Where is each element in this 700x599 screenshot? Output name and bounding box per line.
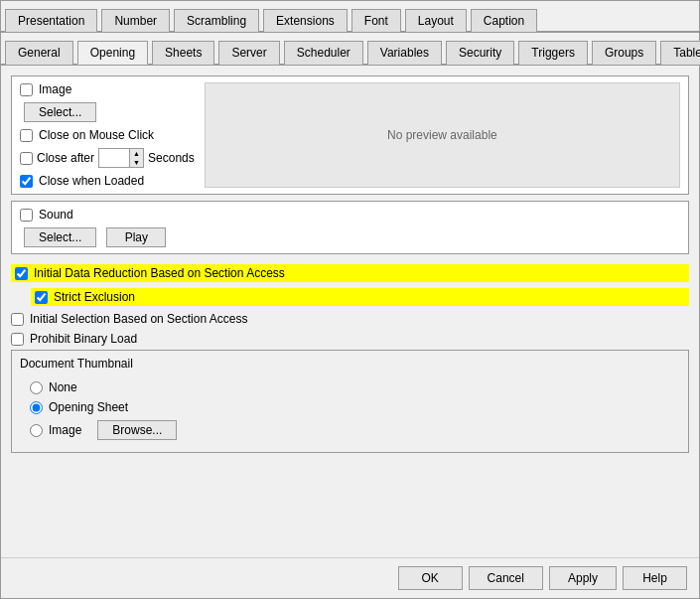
strict-exclusion-row: Strict Exclusion [31,288,689,306]
radio-none-label: None [49,380,77,394]
tab-number[interactable]: Number [101,9,170,32]
image-section: Image Select... Close on Mouse Click Clo… [11,75,689,195]
strict-exclusion-label: Strict Exclusion [54,290,135,304]
tab-font[interactable]: Font [351,9,401,32]
initial-data-row: Initial Data Reduction Based on Section … [11,264,689,282]
tab-tables[interactable]: Tables [660,41,700,65]
help-button[interactable]: Help [623,566,687,590]
tab-extensions[interactable]: Extensions [263,9,348,32]
tab-server[interactable]: Server [218,41,279,65]
image-checkbox-row: Image [20,82,195,96]
close-mouse-checkbox[interactable] [20,129,33,142]
spin-down-button[interactable]: ▼ [130,158,143,167]
close-after-label: Close after [37,151,94,165]
radio-none-row: None [30,380,670,394]
main-content: Image Select... Close on Mouse Click Clo… [1,66,699,557]
close-after-checkbox[interactable] [20,152,33,165]
close-loaded-row: Close when Loaded [20,174,195,188]
close-loaded-checkbox[interactable] [20,175,33,188]
prohibit-binary-row: Prohibit Binary Load [11,332,689,346]
sound-checkbox[interactable] [20,209,33,222]
seconds-label: Seconds [148,151,195,165]
apply-button[interactable]: Apply [549,566,617,590]
preview-text: No preview available [387,128,497,142]
ok-button[interactable]: OK [398,566,463,590]
top-tab-bar: Presentation Number Scrambling Extension… [1,1,699,33]
close-mouse-row: Close on Mouse Click [20,128,195,142]
initial-selection-checkbox[interactable] [11,313,24,326]
doc-thumbnail-label: Document Thumbnail [20,357,680,371]
sound-select-button[interactable]: Select... [24,227,96,247]
prohibit-binary-label: Prohibit Binary Load [30,332,137,346]
radio-image-label: Image [49,423,81,437]
radio-opening-sheet-row: Opening Sheet [30,400,670,414]
close-loaded-label: Close when Loaded [39,174,144,188]
tab-caption[interactable]: Caption [471,9,537,32]
initial-data-label: Initial Data Reduction Based on Section … [34,266,285,280]
seconds-spinner[interactable]: 1 ▲ ▼ [98,148,144,168]
tab-layout[interactable]: Layout [405,9,467,32]
tab-variables[interactable]: Variables [367,41,442,65]
browse-button[interactable]: Browse... [97,420,177,440]
sub-tab-bar: General Opening Sheets Server Scheduler … [1,33,699,66]
doc-thumbnail-section: Document Thumbnail None Opening Sheet Im… [11,350,689,453]
image-select-button[interactable]: Select... [24,102,96,122]
radio-image-row: Image Browse... [30,420,670,440]
tab-sheets[interactable]: Sheets [152,41,214,65]
preview-box: No preview available [205,82,680,188]
sound-section: Sound Select... Play [11,201,689,254]
image-label: Image [39,82,71,96]
dialog: Presentation Number Scrambling Extension… [0,0,700,599]
tab-presentation[interactable]: Presentation [5,9,97,32]
tab-general[interactable]: General [5,41,73,65]
radio-none[interactable] [30,381,43,394]
radio-group: None Opening Sheet Image Browse... [20,374,680,446]
close-mouse-label: Close on Mouse Click [39,128,154,142]
tab-triggers[interactable]: Triggers [518,41,588,65]
tab-groups[interactable]: Groups [592,41,656,65]
spin-up-button[interactable]: ▲ [130,149,143,158]
radio-opening-sheet[interactable] [30,401,43,414]
radio-opening-sheet-label: Opening Sheet [49,400,128,414]
tab-opening[interactable]: Opening [77,41,148,65]
bottom-bar: OK Cancel Apply Help [1,557,699,598]
radio-image[interactable] [30,424,43,437]
sound-checkbox-row: Sound [20,208,680,222]
strict-exclusion-checkbox[interactable] [35,291,48,304]
tab-scheduler[interactable]: Scheduler [284,41,363,65]
initial-selection-row: Initial Selection Based on Section Acces… [11,312,689,326]
prohibit-binary-checkbox[interactable] [11,333,24,346]
cancel-button[interactable]: Cancel [469,566,543,590]
tab-scrambling[interactable]: Scrambling [174,9,259,32]
sound-label: Sound [39,208,73,222]
seconds-value[interactable]: 1 [99,149,129,167]
seconds-row: Close after 1 ▲ ▼ Seconds [20,148,195,168]
initial-data-checkbox[interactable] [15,267,28,280]
play-button[interactable]: Play [106,227,166,247]
tab-security[interactable]: Security [446,41,514,65]
initial-selection-label: Initial Selection Based on Section Acces… [30,312,247,326]
standalone-checks: Initial Data Reduction Based on Section … [11,260,689,350]
image-checkbox[interactable] [20,83,33,96]
